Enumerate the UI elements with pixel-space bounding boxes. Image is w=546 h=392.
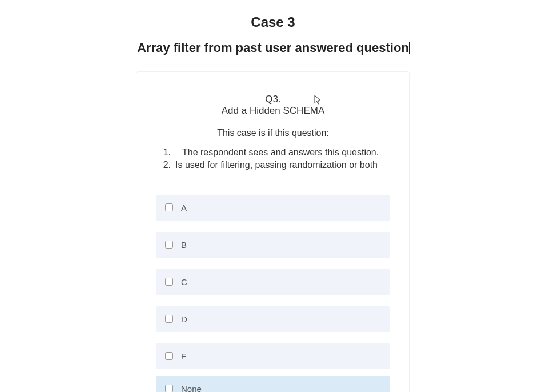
list-item: 1. The respondent sees and answers this … xyxy=(158,146,388,159)
option-label: C xyxy=(181,277,187,287)
question-case-intro: This case is if this question: xyxy=(154,128,392,138)
question-heading: Add a Hidden SCHEMA xyxy=(154,105,392,117)
page-title: Case 3 xyxy=(0,14,546,30)
options-group: A B C D E None xyxy=(154,195,392,392)
option-label: E xyxy=(181,351,187,361)
option-label: A xyxy=(181,203,187,213)
option-row[interactable]: C xyxy=(156,269,390,295)
page-container: Case 3 Array filter from past user answe… xyxy=(0,0,546,392)
option-row[interactable]: D xyxy=(156,306,390,332)
checkbox-icon[interactable] xyxy=(165,241,173,249)
option-row[interactable]: None xyxy=(156,376,390,392)
option-row[interactable]: E xyxy=(156,343,390,369)
checkbox-icon[interactable] xyxy=(165,315,173,323)
option-row[interactable]: A xyxy=(156,195,390,221)
option-row[interactable]: B xyxy=(156,232,390,258)
question-list: 1. The respondent sees and answers this … xyxy=(154,146,392,172)
checkbox-icon[interactable] xyxy=(165,385,173,392)
checkbox-icon[interactable] xyxy=(165,352,173,360)
list-item-number: 1. xyxy=(158,146,175,159)
checkbox-icon[interactable] xyxy=(165,278,173,286)
checkbox-icon[interactable] xyxy=(165,203,173,211)
page-subtitle: Array filter from past user answered que… xyxy=(137,41,409,55)
question-number: Q3. xyxy=(154,94,392,105)
list-item-text: Is used for filtering, passing randomiza… xyxy=(175,159,388,171)
option-label: D xyxy=(181,314,187,324)
option-label: None xyxy=(181,384,202,392)
option-label: B xyxy=(181,240,187,250)
question-card: Q3. Add a Hidden SCHEMA This case is if … xyxy=(136,71,410,392)
list-item: 2. Is used for filtering, passing random… xyxy=(158,159,388,171)
list-item-number: 2. xyxy=(158,159,175,171)
list-item-text: The respondent sees and answers this que… xyxy=(175,146,388,159)
